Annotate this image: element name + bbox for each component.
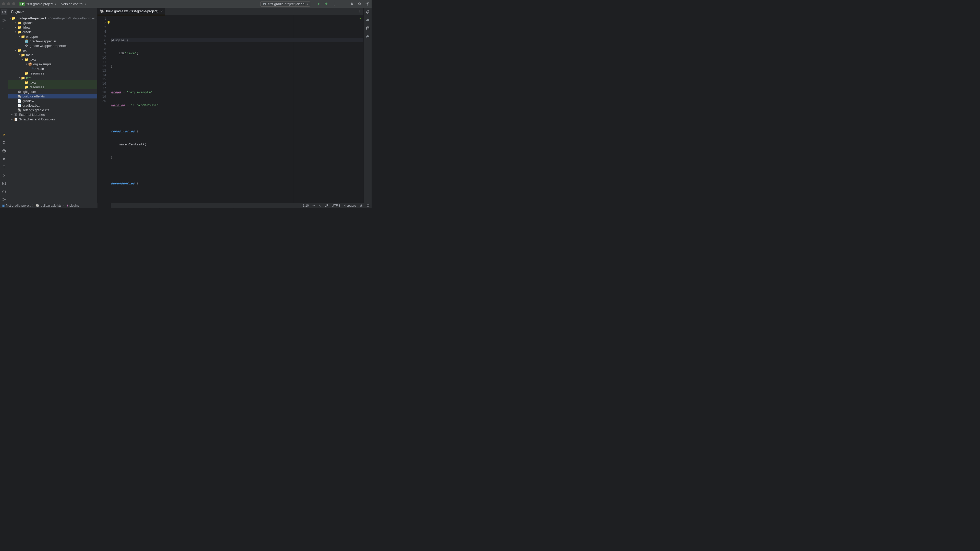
vcs-label: Version control: [61, 2, 83, 6]
vcs-selector[interactable]: Version control ▾: [61, 2, 86, 6]
editor-tab-bar: 🐘 build.gradle.kts (first-gradle-project…: [97, 8, 363, 15]
svg-point-7: [3, 149, 6, 152]
tree-node-main-resources[interactable]: 📁resources: [8, 71, 97, 76]
tree-node-gradle-hidden[interactable]: ▸📁.gradle: [8, 21, 97, 25]
svg-point-0: [352, 3, 352, 3]
chevron-down-icon: ▾: [55, 3, 56, 5]
line-gutter: 1234567891011121314151617181920: [97, 15, 111, 208]
tree-node-settings-gradle[interactable]: 🐘settings.gradle.kts: [8, 108, 97, 112]
project-panel: Project ▾ ▾📁first-gradle-project~/IdeaPr…: [8, 8, 97, 203]
right-tool-strip: [363, 8, 372, 203]
run-button[interactable]: [317, 2, 321, 6]
analysis-ok-icon[interactable]: ✔: [360, 16, 361, 21]
tree-node-test-resources[interactable]: 📁resources: [8, 85, 97, 89]
tree-node-main[interactable]: ▾📁main: [8, 52, 97, 57]
notifications-tool-button[interactable]: [364, 9, 371, 15]
gradle-icon: [262, 2, 266, 6]
module-icon: ▣: [2, 204, 5, 207]
debug-button[interactable]: [324, 2, 329, 6]
close-window-icon[interactable]: [2, 2, 5, 5]
chevron-down-icon: ▾: [22, 10, 24, 13]
tree-node-main-java[interactable]: ▾📁java: [8, 57, 97, 62]
svg-point-2: [367, 3, 368, 4]
build-tool-button[interactable]: [1, 172, 7, 179]
problems-tool-button[interactable]: [1, 188, 7, 195]
search-everywhere-icon[interactable]: [357, 2, 362, 6]
maven-tool-button[interactable]: [364, 33, 371, 40]
svg-point-12: [3, 200, 3, 201]
tree-node-wrapper[interactable]: ▾📁wrapper: [8, 34, 97, 39]
tree-node-src[interactable]: ▾📁src: [8, 48, 97, 52]
find-tool-button[interactable]: [1, 139, 7, 146]
services-tool-button[interactable]: [1, 131, 7, 138]
chevron-down-icon: ▾: [85, 3, 86, 5]
settings-icon[interactable]: [365, 2, 369, 6]
tree-node-gitignore[interactable]: ◎.gitignore: [8, 89, 97, 94]
tab-label: build.gradle.kts (first-gradle-project): [106, 9, 158, 13]
tree-node-test[interactable]: ▾📁test: [8, 76, 97, 80]
title-bar: FP first-gradle-project ▾ Version contro…: [0, 0, 372, 8]
svg-rect-9: [3, 182, 6, 185]
tree-node-main-class[interactable]: ⒸMain: [8, 66, 97, 71]
tree-node-build-gradle[interactable]: 🐘build.gradle.kts: [8, 94, 97, 98]
project-selector[interactable]: FP first-gradle-project ▾: [19, 2, 56, 6]
svg-point-14: [366, 27, 369, 27]
run-config-label: first-gradle-project [clean]: [268, 2, 305, 6]
terminal-tool-button[interactable]: [1, 180, 7, 187]
chevron-right-icon: 〉: [63, 204, 65, 207]
breadcrumb-item[interactable]: first-gradle-project: [6, 204, 30, 207]
project-panel-header[interactable]: Project ▾: [8, 8, 97, 15]
tree-node-idea[interactable]: ▸📁.idea: [8, 25, 97, 30]
svg-point-3: [3, 19, 3, 20]
left-tool-strip: ⋯: [0, 8, 8, 203]
right-margin-guide: [293, 15, 293, 208]
vcs-tool-button[interactable]: [1, 148, 7, 154]
function-icon: ƒ: [67, 204, 68, 207]
project-badge: FP: [19, 2, 25, 6]
tree-node-package[interactable]: ▾📦org.example: [8, 62, 97, 66]
breadcrumb-item[interactable]: build.gradle.kts: [41, 204, 62, 207]
project-panel-title: Project: [11, 10, 21, 14]
svg-point-6: [3, 141, 5, 143]
editor-tab[interactable]: 🐘 build.gradle.kts (first-gradle-project…: [97, 8, 165, 15]
svg-point-4: [3, 21, 3, 22]
memory-indicator-icon[interactable]: [366, 204, 369, 207]
svg-point-5: [5, 20, 5, 21]
code-content[interactable]: ✔ 💡 plugins { id("java") } group = "org.…: [111, 15, 363, 208]
tree-node-gradle[interactable]: ▾📁gradle: [8, 30, 97, 34]
window-controls[interactable]: [2, 2, 15, 5]
run-tool-button[interactable]: [1, 156, 7, 162]
minimize-window-icon[interactable]: [7, 2, 10, 5]
chevron-down-icon: ▾: [307, 3, 308, 5]
tree-node-external-libs[interactable]: ▸🏛External Libraries: [8, 112, 97, 117]
run-config-selector[interactable]: first-gradle-project [clean] ▾: [260, 1, 310, 6]
code-with-me-icon[interactable]: [350, 2, 354, 6]
intention-bulb-icon[interactable]: 💡: [107, 21, 110, 25]
close-icon[interactable]: ✕: [160, 10, 163, 13]
tree-node-gradlew-bat[interactable]: 📄gradlew.bat: [8, 103, 97, 108]
gradle-tool-button[interactable]: [364, 17, 371, 24]
tree-node-root[interactable]: ▾📁first-gradle-project~/IdeaProjects/fir…: [8, 16, 97, 21]
code-editor[interactable]: 1234567891011121314151617181920 ✔ 💡 plug…: [97, 15, 363, 208]
tree-node-scratches[interactable]: ▸📋Scratches and Consoles: [8, 117, 97, 121]
project-name: first-gradle-project: [27, 2, 53, 6]
svg-point-8: [3, 150, 5, 151]
project-tree[interactable]: ▾📁first-gradle-project~/IdeaProjects/fir…: [8, 15, 97, 203]
tree-node-test-java[interactable]: 📁java: [8, 80, 97, 85]
breadcrumb-item[interactable]: plugins: [69, 204, 79, 207]
database-tool-button[interactable]: [364, 25, 371, 32]
editor-area: 🐘 build.gradle.kts (first-gradle-project…: [97, 8, 363, 203]
git-tool-button[interactable]: [1, 197, 7, 203]
zoom-window-icon[interactable]: [12, 2, 15, 5]
project-tool-button[interactable]: [1, 9, 7, 15]
tree-node-gradlew[interactable]: 📄gradlew: [8, 98, 97, 103]
tree-node-wrapper-props[interactable]: ⚙gradle-wrapper.properties: [8, 43, 97, 48]
svg-point-13: [5, 200, 5, 200]
more-actions-button[interactable]: ⋮: [332, 2, 336, 6]
tree-node-wrapper-jar[interactable]: 🫙gradle-wrapper.jar: [8, 39, 97, 43]
type-tool-button[interactable]: [1, 164, 7, 170]
more-tool-button[interactable]: ⋯: [1, 25, 7, 32]
structure-tool-button[interactable]: [1, 17, 7, 24]
tab-options-button[interactable]: ⋮: [355, 10, 363, 13]
chevron-right-icon: 〉: [32, 204, 35, 207]
